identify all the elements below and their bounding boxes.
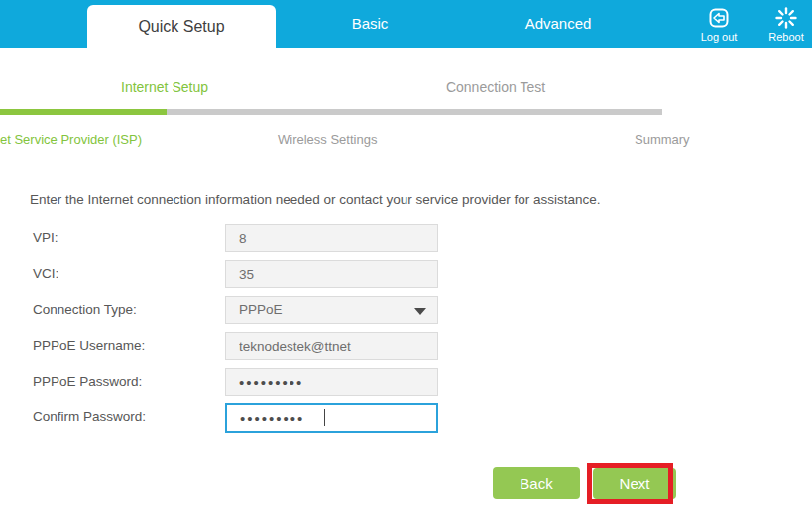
confirm-password-label: Confirm Password: — [33, 403, 146, 431]
reboot-button[interactable]: Reboot — [758, 6, 812, 43]
logout-button[interactable]: Log out — [691, 6, 747, 43]
vci-input[interactable] — [225, 260, 438, 288]
vpi-label: VPI: — [33, 224, 58, 252]
form-description: Enter the Internet connection informatio… — [30, 193, 601, 207]
step-wireless-settings: Wireless Settings — [278, 132, 377, 147]
connection-type-value: PPPoE — [239, 302, 283, 317]
quick-setup-page: Quick Setup Basic Advanced Log out — [0, 0, 812, 521]
subnav-internet-setup[interactable]: Internet Setup — [95, 79, 234, 95]
confirm-password-wrap — [225, 403, 438, 433]
tab-basic-label: Basic — [352, 15, 389, 32]
reboot-label: Reboot — [758, 31, 812, 43]
subnav-connection-test[interactable]: Connection Test — [426, 79, 565, 95]
pppoe-password-input[interactable] — [225, 368, 438, 396]
tab-advanced[interactable]: Advanced — [464, 0, 652, 48]
back-button[interactable]: Back — [493, 467, 580, 499]
wizard-progress-track — [0, 109, 662, 115]
tab-quick-setup[interactable]: Quick Setup — [87, 5, 276, 48]
logout-icon — [707, 6, 731, 30]
pppoe-password-label: PPPoE Password: — [33, 368, 142, 396]
confirm-password-input[interactable] — [225, 403, 438, 433]
top-navigation-bar: Quick Setup Basic Advanced Log out — [0, 0, 812, 48]
pppoe-username-input[interactable] — [225, 332, 438, 360]
chevron-down-icon — [414, 308, 426, 315]
wizard-progress-fill — [0, 109, 167, 115]
pppoe-username-label: PPPoE Username: — [33, 332, 145, 360]
reboot-icon — [774, 6, 798, 30]
logout-label: Log out — [691, 31, 747, 43]
step-isp: et Service Provider (ISP) — [0, 132, 142, 147]
vci-label: VCI: — [33, 260, 58, 288]
text-cursor — [324, 409, 325, 426]
tab-advanced-label: Advanced — [525, 15, 592, 32]
tab-basic[interactable]: Basic — [276, 0, 464, 48]
next-button[interactable]: Next — [593, 468, 676, 499]
vpi-input[interactable] — [225, 224, 438, 252]
connection-type-label: Connection Type: — [33, 296, 137, 324]
step-summary: Summary — [635, 132, 690, 147]
tab-quick-setup-label: Quick Setup — [138, 18, 224, 35]
connection-type-select[interactable]: PPPoE — [225, 296, 438, 324]
